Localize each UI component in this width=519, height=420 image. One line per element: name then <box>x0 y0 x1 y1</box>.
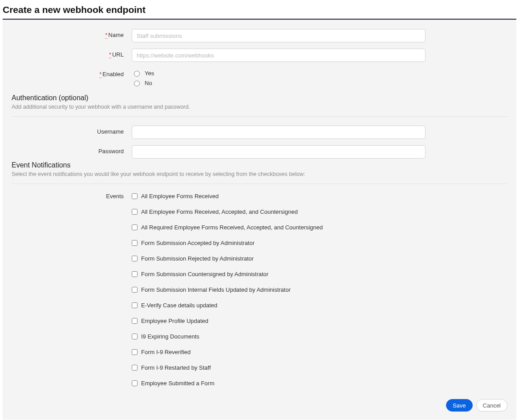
events-heading: Event Notifications <box>12 161 507 169</box>
row-events: Events All Employee Forms ReceivedAll Em… <box>12 193 507 387</box>
event-row: All Employee Forms Received <box>132 193 426 200</box>
required-marker: * <box>109 51 111 58</box>
event-label: All Employee Forms Received, Accepted, a… <box>141 208 298 215</box>
event-checkbox[interactable] <box>132 256 138 261</box>
event-checkbox[interactable] <box>132 224 138 230</box>
label-password-text: Password <box>98 148 124 155</box>
event-label: Employee Submitted a Form <box>141 380 215 387</box>
event-checkbox[interactable] <box>132 209 138 215</box>
event-label: Form I-9 Restarted by Staff <box>141 364 211 371</box>
auth-divider <box>12 116 507 117</box>
required-marker: * <box>99 71 101 78</box>
url-input[interactable] <box>132 49 426 62</box>
event-label: Form I-9 Reverified <box>141 349 191 355</box>
label-enabled: *Enabled <box>12 68 132 77</box>
events-list: All Employee Forms ReceivedAll Employee … <box>132 193 426 387</box>
required-marker: * <box>105 32 107 39</box>
row-enabled: *Enabled Yes No <box>12 68 507 88</box>
cancel-button[interactable]: Cancel <box>476 399 507 412</box>
label-url: *URL <box>12 49 132 58</box>
event-checkbox[interactable] <box>132 271 138 277</box>
save-button[interactable]: Save <box>446 399 473 412</box>
event-row: E-Verify Case details updated <box>132 302 426 309</box>
event-label: Form Submission Rejected by Administrato… <box>141 255 254 262</box>
event-row: Form I-9 Reverified <box>132 349 426 355</box>
event-row: Form Submission Accepted by Administrato… <box>132 240 426 246</box>
event-checkbox[interactable] <box>132 318 138 324</box>
label-events: Events <box>12 193 132 200</box>
event-row: Form Submission Internal Fields Updated … <box>132 286 426 293</box>
page-title: Create a new webhook endpoint <box>3 4 516 15</box>
event-checkbox[interactable] <box>132 193 138 199</box>
label-name-text: Name <box>108 32 124 38</box>
event-checkbox[interactable] <box>132 365 138 371</box>
label-username: Username <box>12 126 132 135</box>
event-row: Form Submission Countersigned by Adminis… <box>132 271 426 277</box>
event-checkbox[interactable] <box>132 349 138 355</box>
event-label: Form Submission Internal Fields Updated … <box>141 286 291 293</box>
label-url-text: URL <box>112 51 124 58</box>
row-username: Username <box>12 126 507 139</box>
event-row: All Employee Forms Received, Accepted, a… <box>132 208 426 215</box>
auth-subtext: Add additional security to your webhook … <box>12 104 507 110</box>
event-checkbox[interactable] <box>132 334 138 339</box>
events-subtext: Select the event notifications you would… <box>12 171 507 177</box>
enabled-no-label: No <box>145 80 152 86</box>
form-panel: *Name *URL *Enabled Yes <box>3 20 516 420</box>
label-username-text: Username <box>97 128 124 135</box>
name-input[interactable] <box>132 29 426 42</box>
label-events-text: Events <box>106 193 124 200</box>
form-footer: Save Cancel <box>12 387 507 412</box>
event-row: Employee Submitted a Form <box>132 380 426 387</box>
event-row: I9 Expiring Documents <box>132 333 426 340</box>
event-checkbox[interactable] <box>132 302 138 308</box>
event-label: Form Submission Accepted by Administrato… <box>141 240 255 246</box>
row-password: Password <box>12 145 507 159</box>
enabled-yes-label: Yes <box>145 70 154 77</box>
event-label: All Employee Forms Received <box>141 193 219 200</box>
username-input[interactable] <box>132 126 426 139</box>
password-input[interactable] <box>132 145 426 159</box>
event-row: All Required Employee Forms Received, Ac… <box>132 224 426 231</box>
event-row: Form I-9 Restarted by Staff <box>132 364 426 371</box>
row-name: *Name <box>12 29 507 42</box>
event-row: Employee Profile Updated <box>132 318 426 324</box>
event-checkbox[interactable] <box>132 240 138 246</box>
event-label: Form Submission Countersigned by Adminis… <box>141 271 268 277</box>
enabled-yes-radio[interactable] <box>134 71 140 77</box>
label-name: *Name <box>12 29 132 38</box>
event-label: All Required Employee Forms Received, Ac… <box>141 224 323 231</box>
event-checkbox[interactable] <box>132 380 138 386</box>
label-password: Password <box>12 145 132 155</box>
label-enabled-text: Enabled <box>102 71 124 77</box>
event-label: I9 Expiring Documents <box>141 333 199 340</box>
event-label: E-Verify Case details updated <box>141 302 217 309</box>
event-row: Form Submission Rejected by Administrato… <box>132 255 426 262</box>
auth-heading: Authentication (optional) <box>12 94 507 102</box>
event-checkbox[interactable] <box>132 287 138 293</box>
row-url: *URL <box>12 49 507 62</box>
event-label: Employee Profile Updated <box>141 318 208 324</box>
enabled-no-radio[interactable] <box>134 81 140 86</box>
events-divider <box>12 183 507 184</box>
